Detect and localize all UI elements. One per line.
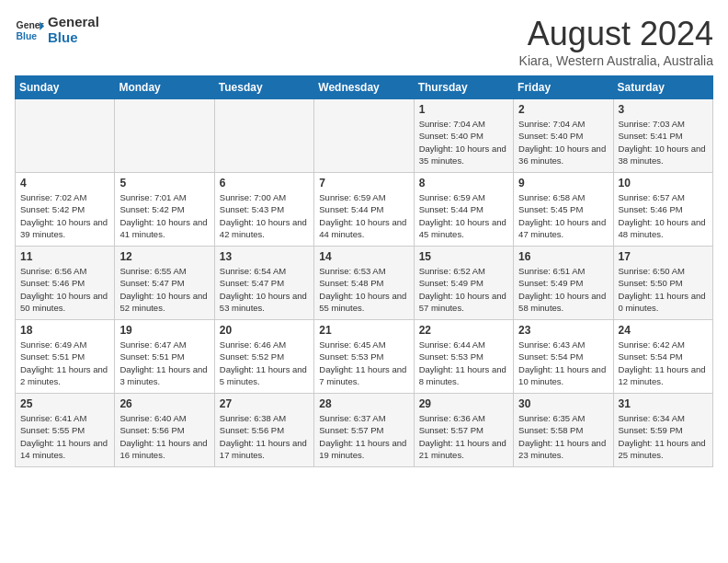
calendar-cell: 5Sunrise: 7:01 AMSunset: 5:42 PMDaylight… (115, 173, 214, 247)
calendar-table: SundayMondayTuesdayWednesdayThursdayFrid… (15, 75, 713, 467)
day-number: 1 (419, 103, 508, 116)
day-info: Sunrise: 6:56 AMSunset: 5:46 PMDaylight:… (20, 265, 109, 314)
calendar-cell: 28Sunrise: 6:37 AMSunset: 5:57 PMDayligh… (314, 394, 414, 467)
calendar-cell: 27Sunrise: 6:38 AMSunset: 5:56 PMDayligh… (214, 394, 313, 467)
day-info: Sunrise: 6:42 AMSunset: 5:54 PMDaylight:… (619, 339, 708, 387)
calendar-cell: 22Sunrise: 6:44 AMSunset: 5:53 PMDayligh… (414, 320, 513, 394)
day-number: 20 (220, 324, 309, 337)
calendar-cell: 29Sunrise: 6:36 AMSunset: 5:57 PMDayligh… (414, 394, 513, 467)
day-info: Sunrise: 7:01 AMSunset: 5:42 PMDaylight:… (119, 191, 209, 240)
day-info: Sunrise: 6:45 AMSunset: 5:53 PMDaylight:… (319, 339, 408, 387)
day-info: Sunrise: 6:54 AMSunset: 5:47 PMDaylight:… (220, 265, 309, 314)
calendar-cell: 26Sunrise: 6:40 AMSunset: 5:56 PMDayligh… (115, 394, 214, 467)
day-number: 17 (619, 250, 708, 263)
day-number: 21 (319, 324, 408, 337)
day-number: 5 (119, 177, 209, 190)
day-info: Sunrise: 6:37 AMSunset: 5:57 PMDaylight:… (319, 412, 408, 461)
day-info: Sunrise: 6:34 AMSunset: 5:59 PMDaylight:… (619, 412, 708, 461)
calendar-cell: 20Sunrise: 6:46 AMSunset: 5:52 PMDayligh… (214, 320, 313, 394)
month-title: August 2024 (519, 15, 713, 53)
calendar-cell: 4Sunrise: 7:02 AMSunset: 5:42 PMDaylight… (16, 173, 115, 247)
calendar-cell: 13Sunrise: 6:54 AMSunset: 5:47 PMDayligh… (214, 247, 313, 320)
day-info: Sunrise: 6:57 AMSunset: 5:46 PMDaylight:… (619, 191, 708, 240)
calendar-cell: 7Sunrise: 6:59 AMSunset: 5:44 PMDaylight… (314, 173, 414, 247)
day-info: Sunrise: 7:00 AMSunset: 5:43 PMDaylight:… (220, 191, 309, 240)
day-info: Sunrise: 6:59 AMSunset: 5:44 PMDaylight:… (319, 191, 408, 240)
calendar-cell (214, 99, 313, 173)
day-number: 23 (518, 324, 608, 337)
day-number: 29 (419, 397, 508, 410)
day-number: 15 (419, 250, 508, 263)
calendar-week-row: 25Sunrise: 6:41 AMSunset: 5:55 PMDayligh… (16, 394, 713, 467)
day-number: 11 (20, 250, 109, 263)
day-number: 19 (119, 324, 209, 337)
day-header-tuesday: Tuesday (214, 76, 313, 99)
calendar-cell: 19Sunrise: 6:47 AMSunset: 5:51 PMDayligh… (115, 320, 214, 394)
day-number: 9 (518, 177, 608, 190)
day-info: Sunrise: 6:52 AMSunset: 5:49 PMDaylight:… (419, 265, 508, 314)
day-header-monday: Monday (115, 76, 214, 99)
calendar-cell: 31Sunrise: 6:34 AMSunset: 5:59 PMDayligh… (613, 394, 712, 467)
logo-line2: Blue (48, 30, 99, 46)
day-info: Sunrise: 7:04 AMSunset: 5:40 PMDaylight:… (518, 118, 608, 167)
day-number: 24 (619, 324, 708, 337)
day-info: Sunrise: 7:04 AMSunset: 5:40 PMDaylight:… (419, 118, 508, 167)
day-number: 12 (119, 250, 209, 263)
day-number: 31 (619, 397, 708, 410)
day-number: 25 (20, 397, 109, 410)
calendar-week-row: 18Sunrise: 6:49 AMSunset: 5:51 PMDayligh… (16, 320, 713, 394)
day-info: Sunrise: 6:50 AMSunset: 5:50 PMDaylight:… (619, 265, 708, 314)
calendar-cell (115, 99, 214, 173)
day-info: Sunrise: 6:58 AMSunset: 5:45 PMDaylight:… (518, 191, 608, 240)
calendar-week-row: 4Sunrise: 7:02 AMSunset: 5:42 PMDaylight… (16, 173, 713, 247)
day-info: Sunrise: 6:46 AMSunset: 5:52 PMDaylight:… (220, 339, 309, 387)
calendar-cell: 21Sunrise: 6:45 AMSunset: 5:53 PMDayligh… (314, 320, 414, 394)
calendar-cell: 16Sunrise: 6:51 AMSunset: 5:49 PMDayligh… (514, 247, 613, 320)
calendar-cell (314, 99, 414, 173)
day-number: 28 (319, 397, 408, 410)
day-info: Sunrise: 6:40 AMSunset: 5:56 PMDaylight:… (119, 412, 209, 461)
day-number: 13 (220, 250, 309, 263)
calendar-header-row: SundayMondayTuesdayWednesdayThursdayFrid… (16, 76, 713, 99)
calendar-cell: 2Sunrise: 7:04 AMSunset: 5:40 PMDaylight… (514, 99, 613, 173)
day-number: 2 (518, 103, 608, 116)
day-info: Sunrise: 6:53 AMSunset: 5:48 PMDaylight:… (319, 265, 408, 314)
day-info: Sunrise: 6:35 AMSunset: 5:58 PMDaylight:… (518, 412, 608, 461)
day-number: 26 (119, 397, 209, 410)
calendar-cell: 6Sunrise: 7:00 AMSunset: 5:43 PMDaylight… (214, 173, 313, 247)
day-number: 4 (20, 177, 109, 190)
calendar-cell: 18Sunrise: 6:49 AMSunset: 5:51 PMDayligh… (16, 320, 115, 394)
day-number: 7 (319, 177, 408, 190)
logo-line1: General (48, 15, 99, 30)
day-number: 10 (619, 177, 708, 190)
svg-text:Blue: Blue (17, 30, 38, 40)
calendar-cell: 11Sunrise: 6:56 AMSunset: 5:46 PMDayligh… (16, 247, 115, 320)
calendar-cell: 23Sunrise: 6:43 AMSunset: 5:54 PMDayligh… (514, 320, 613, 394)
day-number: 27 (220, 397, 309, 410)
calendar-week-row: 1Sunrise: 7:04 AMSunset: 5:40 PMDaylight… (16, 99, 713, 173)
day-header-thursday: Thursday (414, 76, 513, 99)
calendar-cell: 10Sunrise: 6:57 AMSunset: 5:46 PMDayligh… (613, 173, 712, 247)
day-number: 14 (319, 250, 408, 263)
day-header-saturday: Saturday (613, 76, 712, 99)
day-info: Sunrise: 6:44 AMSunset: 5:53 PMDaylight:… (419, 339, 508, 387)
page-header: General Blue General Blue August 2024 Ki… (15, 15, 713, 68)
logo-icon: General Blue (15, 16, 44, 45)
day-number: 8 (419, 177, 508, 190)
calendar-cell: 3Sunrise: 7:03 AMSunset: 5:41 PMDaylight… (613, 99, 712, 173)
day-number: 16 (518, 250, 608, 263)
calendar-cell: 15Sunrise: 6:52 AMSunset: 5:49 PMDayligh… (414, 247, 513, 320)
calendar-cell: 12Sunrise: 6:55 AMSunset: 5:47 PMDayligh… (115, 247, 214, 320)
calendar-cell: 1Sunrise: 7:04 AMSunset: 5:40 PMDaylight… (414, 99, 513, 173)
day-number: 3 (619, 103, 708, 116)
day-info: Sunrise: 6:49 AMSunset: 5:51 PMDaylight:… (20, 339, 109, 387)
day-info: Sunrise: 6:55 AMSunset: 5:47 PMDaylight:… (119, 265, 209, 314)
day-info: Sunrise: 6:47 AMSunset: 5:51 PMDaylight:… (119, 339, 209, 387)
calendar-cell: 25Sunrise: 6:41 AMSunset: 5:55 PMDayligh… (16, 394, 115, 467)
day-header-friday: Friday (514, 76, 613, 99)
day-header-sunday: Sunday (16, 76, 115, 99)
day-info: Sunrise: 6:59 AMSunset: 5:44 PMDaylight:… (419, 191, 508, 240)
day-info: Sunrise: 6:38 AMSunset: 5:56 PMDaylight:… (220, 412, 309, 461)
calendar-cell: 17Sunrise: 6:50 AMSunset: 5:50 PMDayligh… (613, 247, 712, 320)
calendar-cell: 8Sunrise: 6:59 AMSunset: 5:44 PMDaylight… (414, 173, 513, 247)
